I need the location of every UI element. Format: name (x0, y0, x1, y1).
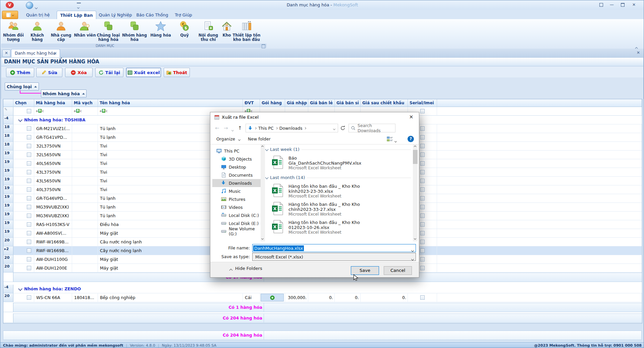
cell-rest[interactable] (437, 293, 642, 302)
cell-ma[interactable]: GR-M21VUZ1(... (34, 124, 72, 133)
cell-vach[interactable] (72, 246, 98, 255)
column-header-serial[interactable]: Serial/Imei (408, 99, 437, 107)
file-group-header[interactable]: Last week (1) (266, 147, 411, 152)
cell-chon[interactable] (13, 229, 34, 238)
breadcrumb[interactable]: This PC Downloads (246, 124, 338, 132)
cell-rest[interactable] (437, 177, 642, 185)
file-item[interactable]: XHàng tồn kho ban đầu _ Kho Khochính2023… (270, 202, 411, 217)
cell-chon[interactable] (13, 124, 34, 133)
cell-rest[interactable] (437, 142, 642, 151)
serial-checkbox[interactable] (420, 144, 425, 148)
ribbon-item-2[interactable]: Kháchhàng (28, 20, 47, 42)
ribbon-item-8[interactable]: €$Quỹ (177, 20, 192, 38)
cell-ma[interactable]: MG39VUBZ(XK) (34, 203, 72, 212)
serial-checkbox[interactable] (420, 170, 425, 174)
file-name-input[interactable]: DanhMucHangHoa.xlsx (252, 244, 416, 252)
add-button[interactable]: Thêm (6, 68, 34, 77)
sidebar-item-desktop[interactable]: Desktop (212, 163, 261, 171)
cell-chon[interactable] (13, 203, 34, 212)
maximize-icon[interactable] (618, 2, 627, 8)
file-item[interactable]: XHàng tồn kho ban đầu _ Kho Khokính2023-… (270, 184, 411, 199)
cell-vach[interactable] (72, 124, 98, 133)
ribbon-item-3[interactable]: Nhà cungcấp (50, 20, 72, 42)
ribbon-tab-4[interactable]: Báo Cáo Thống Kê (134, 11, 171, 19)
cell-chon[interactable] (13, 151, 34, 159)
serial-checkbox[interactable] (420, 179, 425, 183)
cell-chon[interactable] (13, 264, 34, 273)
column-header-ten[interactable]: Tên hàng hóa (98, 99, 243, 107)
serial-checkbox[interactable] (420, 295, 425, 300)
row-checkbox[interactable] (27, 266, 31, 270)
row-checkbox[interactable] (27, 295, 31, 300)
qat-customize-icon[interactable] (77, 3, 81, 10)
tab-close-icon[interactable]: ✕ (54, 49, 57, 57)
cell-ma[interactable]: AW-DUH1200E (34, 264, 72, 273)
ribbon-tab-5[interactable]: Trợ Giúp (173, 11, 194, 19)
orb-dropdown-icon[interactable] (35, 4, 37, 10)
view-dropdown-icon[interactable] (395, 138, 396, 143)
cell-ten[interactable]: Bếp công nghiệp (98, 293, 243, 302)
filter-cell-rest[interactable] (437, 107, 642, 116)
sidebar-item-pictures[interactable]: Pictures (212, 195, 261, 203)
row-checkbox[interactable] (27, 257, 31, 262)
ribbon-tab-3[interactable]: Quản Lý Nghiệp Vụ (98, 11, 133, 19)
group-row[interactable]: Nhóm hàng hóa: ZENDO (13, 285, 642, 293)
add-package-button[interactable] (261, 294, 284, 301)
column-header-chon[interactable]: Chọn (13, 99, 34, 107)
ribbon-item-7[interactable]: Hàng hóa (149, 20, 172, 38)
cell-vach[interactable] (72, 238, 98, 246)
column-header-rest[interactable] (437, 99, 642, 107)
close-all-tabs-button[interactable]: ✕ (2, 50, 10, 57)
document-tab-active[interactable]: Danh mục hàng hóa ✕ (11, 49, 60, 57)
cell-ma[interactable]: 32L3750VN (34, 142, 72, 151)
edit-button[interactable]: Sửa (36, 68, 62, 77)
cell-vach[interactable] (72, 255, 98, 264)
serial-checkbox[interactable] (420, 187, 425, 192)
cell-vach[interactable] (72, 133, 98, 142)
cell-rest[interactable] (437, 220, 642, 229)
cell-gnhap[interactable]: 300,000. (285, 293, 308, 302)
column-header-gble[interactable]: Giá bán lẻ (308, 99, 335, 107)
row-checkbox[interactable] (27, 187, 31, 192)
serial-checkbox[interactable] (420, 222, 425, 227)
group-chevron-icon[interactable] (265, 176, 269, 179)
cell-chon[interactable] (13, 168, 34, 177)
sidebar-item-downloads[interactable]: Downloads (212, 179, 261, 187)
cell-chon[interactable] (13, 177, 34, 185)
ribbon-item-11[interactable]: Thiết lập tồnkho ban đầu (231, 20, 262, 42)
group-expand-icon[interactable] (18, 287, 22, 291)
minimize-icon[interactable]: — (607, 2, 616, 8)
organize-button[interactable]: Organize (216, 136, 240, 141)
dialog-title-bar[interactable]: Xuất ra file Excel ✕ (210, 112, 419, 122)
cell-ma[interactable]: MG36VUBZ(XK) (34, 212, 72, 220)
filter-checkbox[interactable] (420, 109, 425, 113)
cell-ma[interactable]: WS-CN 66A (34, 293, 72, 302)
hide-folders-chevron-icon[interactable] (230, 268, 232, 273)
cell-vach[interactable] (72, 220, 98, 229)
hide-folders-button[interactable]: Hide Folders (235, 266, 262, 271)
cell-chon[interactable] (13, 255, 34, 264)
sidebar-item-local-disk-c-[interactable]: Local Disk (C:) (212, 211, 261, 219)
column-header-goi[interactable]: Gói hàng (260, 99, 285, 107)
breadcrumb-this-pc[interactable]: This PC (258, 126, 274, 131)
cell-ma[interactable]: RWF-W1669B... (34, 238, 72, 246)
cell-vach[interactable] (72, 159, 98, 168)
filter-checkbox[interactable] (27, 109, 31, 113)
cell-chon[interactable] (13, 142, 34, 151)
cell-ma[interactable]: RWF-W1669B... (34, 246, 72, 255)
cell-chon[interactable] (13, 293, 34, 302)
cell-vach[interactable] (72, 203, 98, 212)
serial-checkbox[interactable] (420, 153, 425, 157)
cell-dvt[interactable]: Cái (243, 293, 260, 302)
cell-gck[interactable]: 0. (361, 293, 408, 302)
cell-ma[interactable]: AW-A800SV(... (34, 229, 72, 238)
row-checkbox[interactable] (27, 153, 31, 157)
up-icon[interactable]: ↑ (238, 125, 242, 131)
file-item[interactable]: XBáoGía_DanhSachChucNangPMV.xlsxMicrosof… (270, 156, 411, 171)
cell-vach[interactable] (72, 185, 98, 194)
serial-checkbox[interactable] (420, 196, 425, 200)
app-orb-icon[interactable] (26, 2, 33, 9)
cell-rest[interactable] (437, 185, 642, 194)
ribbon-item-4[interactable]: Nhân viên (73, 20, 97, 38)
ribbon-tab-1[interactable]: Quản trị hệ thống (21, 11, 55, 19)
